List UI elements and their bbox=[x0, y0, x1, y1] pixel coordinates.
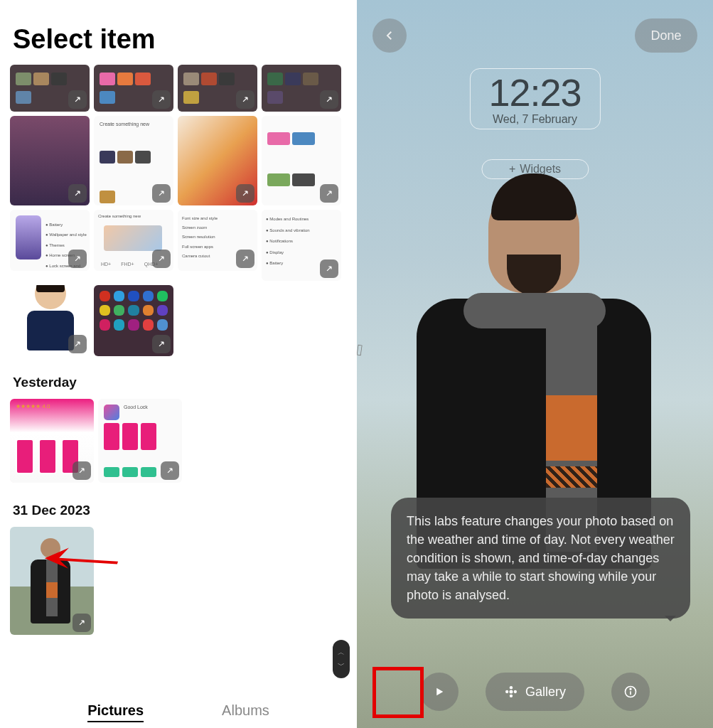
expand-icon bbox=[236, 184, 254, 203]
gallery-thumb[interactable]: Good Lock bbox=[98, 399, 182, 483]
expand-icon bbox=[68, 90, 87, 109]
info-button[interactable] bbox=[611, 673, 650, 711]
recent-grid: Create something new ● Battery● Wallpape… bbox=[10, 65, 347, 356]
clock-widget[interactable]: 12:23 Wed, 7 February bbox=[469, 68, 600, 129]
gallery-label: Gallery bbox=[525, 685, 566, 700]
expand-icon bbox=[320, 184, 338, 203]
gallery-thumb[interactable] bbox=[10, 285, 90, 356]
gallery-thumb[interactable]: ★★★★★ 4.0 bbox=[10, 399, 94, 483]
gallery-thumb[interactable] bbox=[10, 65, 90, 112]
done-button[interactable]: Done bbox=[635, 18, 697, 53]
dec-row bbox=[10, 527, 347, 635]
lockscreen-editor: Done 12:23 Wed, 7 February + Widgets 𓅯 T… bbox=[357, 0, 713, 728]
section-yesterday: Yesterday bbox=[13, 375, 347, 390]
clock-date: Wed, 7 February bbox=[488, 113, 581, 126]
done-label: Done bbox=[650, 28, 681, 43]
page-title: Select item bbox=[13, 24, 347, 55]
expand-icon bbox=[68, 335, 87, 353]
info-icon bbox=[623, 685, 638, 699]
gallery-icon bbox=[504, 685, 518, 699]
svg-point-7 bbox=[514, 690, 517, 693]
expand-icon bbox=[236, 250, 254, 268]
expand-icon bbox=[73, 614, 91, 632]
gallery-thumb[interactable] bbox=[94, 285, 173, 356]
chevron-down-icon: ﹀ bbox=[338, 660, 345, 670]
expand-icon bbox=[152, 335, 171, 353]
back-button[interactable] bbox=[372, 18, 407, 53]
expand-icon bbox=[320, 90, 338, 109]
expand-icon bbox=[152, 250, 171, 268]
svg-point-3 bbox=[509, 690, 513, 694]
expand-icon bbox=[73, 461, 91, 480]
annotation-highlight-box bbox=[372, 667, 424, 718]
expand-icon bbox=[236, 90, 254, 109]
play-icon bbox=[433, 685, 446, 698]
expand-icon bbox=[68, 184, 87, 203]
play-preview-button[interactable] bbox=[420, 673, 459, 711]
yesterday-row: ★★★★★ 4.0 Good Lock bbox=[10, 399, 347, 483]
gallery-thumb[interactable] bbox=[94, 65, 173, 112]
gallery-thumb[interactable]: Font size and styleScreen zoomScreen res… bbox=[178, 210, 257, 271]
gallery-source-button[interactable]: Gallery bbox=[486, 673, 584, 711]
scroll-handle[interactable]: ︿ ﹀ bbox=[333, 640, 350, 678]
chevron-left-icon bbox=[383, 29, 396, 42]
expand-icon bbox=[161, 461, 179, 480]
svg-point-5 bbox=[510, 695, 513, 697]
bird-decoration: 𓅯 bbox=[357, 341, 364, 360]
gallery-thumb[interactable] bbox=[178, 65, 257, 112]
gallery-picker-screen: Select item Create something new bbox=[0, 0, 357, 728]
section-dec: 31 Dec 2023 bbox=[13, 503, 347, 518]
bottom-tabs: Pictures Albums bbox=[0, 702, 357, 722]
gallery-thumb[interactable]: Create something new bbox=[94, 116, 173, 205]
gallery-thumb[interactable] bbox=[178, 116, 257, 205]
svg-point-10 bbox=[630, 688, 631, 690]
svg-point-4 bbox=[510, 686, 513, 689]
expand-icon bbox=[320, 259, 338, 278]
gallery-thumb[interactable] bbox=[262, 116, 341, 205]
clock-time: 12:23 bbox=[488, 73, 581, 112]
svg-point-6 bbox=[505, 690, 508, 693]
tab-albums[interactable]: Albums bbox=[222, 702, 269, 722]
labs-tooltip: This labs feature changes your photo bas… bbox=[391, 498, 690, 619]
gallery-thumb[interactable] bbox=[10, 116, 90, 205]
expand-icon bbox=[68, 250, 87, 268]
chevron-up-icon: ︿ bbox=[338, 648, 345, 658]
gallery-thumb[interactable]: ● Battery● Wallpaper and style● Themes● … bbox=[10, 210, 90, 271]
plus-icon: + bbox=[509, 163, 515, 176]
gallery-thumb[interactable]: Create something new HD+FHD+QHD+ bbox=[94, 210, 173, 271]
expand-icon bbox=[152, 90, 171, 109]
expand-icon bbox=[152, 184, 171, 203]
gallery-thumb[interactable] bbox=[262, 65, 341, 112]
tab-pictures[interactable]: Pictures bbox=[87, 702, 144, 722]
gallery-thumb[interactable]: ● Modes and Routines● Sounds and vibrati… bbox=[262, 210, 341, 281]
